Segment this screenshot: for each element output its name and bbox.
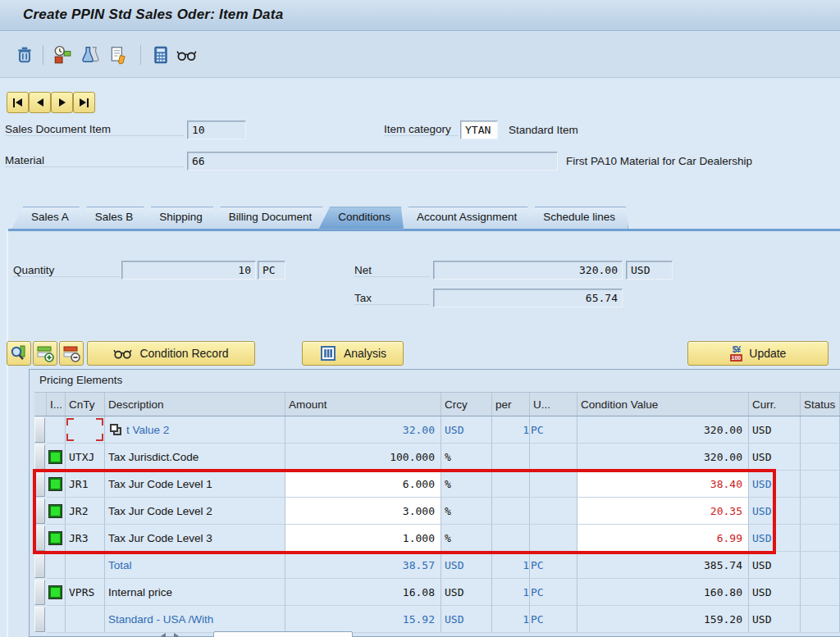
column-header-i[interactable]: I... bbox=[47, 393, 66, 416]
cnty-cell: JR3 bbox=[66, 525, 105, 552]
condition-value-cell[interactable]: 20.35 bbox=[578, 498, 749, 525]
unit-cell: PC bbox=[530, 606, 578, 633]
calc-icon bbox=[151, 45, 171, 65]
calculator-icon[interactable] bbox=[149, 43, 172, 66]
quantity-unit-field[interactable] bbox=[258, 261, 285, 280]
note-edit-icon[interactable] bbox=[107, 43, 130, 66]
overlapping-pages-icon bbox=[108, 423, 125, 437]
condition-value-cell[interactable]: 38.40 bbox=[578, 471, 749, 498]
pricing-elements-table: I...CnTyDescriptionAmountCrcyperU...Cond… bbox=[34, 392, 840, 633]
column-header-per[interactable]: per bbox=[492, 393, 530, 416]
column-header-cnty[interactable]: CnTy bbox=[66, 393, 105, 416]
item-category-field[interactable] bbox=[460, 121, 498, 139]
column-header-amount[interactable]: Amount bbox=[285, 393, 441, 416]
cnty-cell: JR2 bbox=[66, 498, 105, 525]
magnifier-icon bbox=[9, 344, 29, 363]
next-item-button[interactable] bbox=[51, 92, 73, 113]
net-value-field[interactable] bbox=[433, 261, 623, 280]
first-glyph bbox=[13, 98, 15, 107]
scroll-right-icon[interactable] bbox=[174, 633, 179, 637]
condition-value-cell: 385.74 bbox=[578, 552, 749, 579]
per-cell: 1 bbox=[492, 552, 530, 579]
status-cell bbox=[47, 498, 66, 525]
amount-cell[interactable]: 6.000 bbox=[285, 471, 441, 498]
row-selector-button[interactable] bbox=[34, 553, 45, 578]
cnty-cell: VPRS bbox=[66, 579, 105, 606]
select-details-button[interactable] bbox=[7, 341, 31, 366]
delete-trash-icon[interactable] bbox=[13, 43, 36, 66]
tab-conditions[interactable]: Conditions bbox=[318, 207, 404, 230]
sales-document-item-field[interactable] bbox=[187, 121, 246, 139]
scroll-left-icon[interactable] bbox=[161, 633, 166, 637]
row-selector-button[interactable] bbox=[34, 580, 45, 605]
description-cell: Tax Jur Code Level 1 bbox=[105, 471, 285, 498]
insert-row-button[interactable] bbox=[33, 341, 57, 366]
last-item-button[interactable] bbox=[73, 92, 95, 113]
material-description: First PA10 Material for Car Dealership bbox=[566, 155, 752, 167]
amount-cell: 15.92 bbox=[285, 606, 441, 633]
row-selector-button[interactable] bbox=[34, 417, 45, 443]
condition-record-button[interactable]: Condition Record bbox=[87, 341, 255, 366]
tab-schedule-lines[interactable]: Schedule lines bbox=[523, 207, 628, 230]
row-selector-button[interactable] bbox=[34, 498, 45, 524]
status-column-cell bbox=[801, 579, 840, 606]
row-selector-button[interactable] bbox=[34, 526, 45, 551]
column-header-u[interactable]: U... bbox=[530, 393, 578, 416]
item-category-description: Standard Item bbox=[509, 124, 578, 136]
description-cell: Standard - USA /With bbox=[105, 606, 285, 633]
row-minus-icon bbox=[62, 344, 81, 363]
amount-cell[interactable]: 3.000 bbox=[285, 498, 441, 525]
clock-icon bbox=[52, 45, 72, 65]
tax-value-field[interactable] bbox=[433, 289, 623, 307]
condition-record-label: Condition Record bbox=[139, 347, 228, 360]
column-header-crcy[interactable]: Crcy bbox=[441, 393, 492, 416]
amount-cell: 38.57 bbox=[285, 552, 441, 579]
first-item-button[interactable] bbox=[7, 92, 29, 113]
pricing-elements-title: Pricing Elements bbox=[39, 374, 122, 386]
tab-shipping[interactable]: Shipping bbox=[139, 207, 216, 230]
material-field[interactable] bbox=[187, 152, 558, 171]
status-cell bbox=[47, 471, 66, 498]
toolbar-separator bbox=[140, 45, 141, 65]
green-status-icon bbox=[49, 586, 62, 598]
update-label: Update bbox=[749, 347, 786, 360]
display-glasses-icon[interactable] bbox=[176, 43, 199, 66]
delete-row-button[interactable] bbox=[59, 341, 84, 366]
condition-entry-field-partial[interactable] bbox=[213, 631, 353, 637]
analysis-button[interactable]: Analysis bbox=[302, 341, 404, 366]
page-front bbox=[110, 424, 118, 432]
row-selector-button[interactable] bbox=[34, 444, 45, 470]
window-title: Create PPIN Std Sales Oder: Item Data bbox=[23, 7, 283, 23]
tab-account-assignment[interactable]: Account Assignment bbox=[397, 207, 530, 230]
quantity-field[interactable] bbox=[121, 261, 256, 280]
column-header-status[interactable]: Status bbox=[801, 393, 840, 416]
tab-sales-b[interactable]: Sales B bbox=[75, 207, 147, 230]
amount-cell: 32.00 bbox=[285, 416, 441, 444]
unit-cell bbox=[530, 444, 578, 471]
tab-sales-a[interactable]: Sales A bbox=[11, 207, 82, 230]
update-button[interactable]: $¥ 100 Update bbox=[687, 341, 829, 366]
row-selector-button[interactable] bbox=[34, 607, 45, 632]
tab-billing-document[interactable]: Billing Document bbox=[209, 207, 325, 230]
net-currency-field[interactable] bbox=[626, 261, 673, 280]
schedule-clock-icon[interactable] bbox=[51, 43, 74, 66]
next-glyph bbox=[59, 98, 66, 107]
column-header-curr[interactable]: Curr. bbox=[749, 393, 801, 416]
amount-cell[interactable]: 1.000 bbox=[285, 525, 441, 552]
condition-value-cell[interactable]: 6.99 bbox=[578, 525, 749, 552]
previous-item-button[interactable] bbox=[29, 92, 51, 113]
flasks-icon[interactable] bbox=[79, 43, 102, 66]
pricing-table-body: t Value 232.00USD1PC320.00USDUTXJTax Jur… bbox=[34, 416, 840, 633]
status-cell bbox=[47, 552, 66, 579]
status-column-cell bbox=[801, 416, 840, 444]
condition-value-cell: 160.80 bbox=[578, 579, 749, 606]
item-category-label: Item category bbox=[384, 123, 458, 136]
row-selector-button[interactable] bbox=[34, 471, 45, 497]
status-cell bbox=[47, 579, 66, 606]
table-row: VPRSInternal price16.08USD1PC160.80USD bbox=[34, 579, 840, 606]
cnty-cell[interactable] bbox=[66, 416, 105, 444]
row-plus-icon bbox=[35, 344, 55, 363]
column-header-description[interactable]: Description bbox=[105, 393, 285, 416]
column-header-conditionvalue[interactable]: Condition Value bbox=[578, 393, 749, 416]
crcy-cell: USD bbox=[441, 552, 492, 579]
